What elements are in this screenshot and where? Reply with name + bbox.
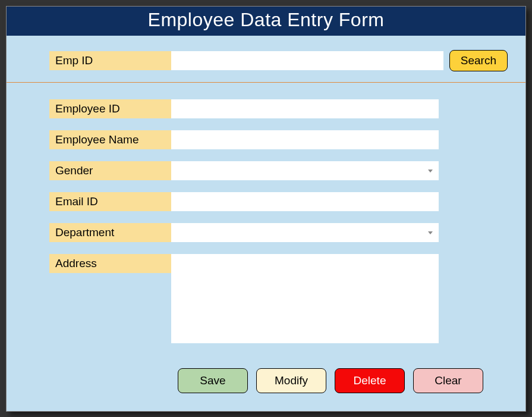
clear-button[interactable]: Clear [413, 368, 483, 393]
department-select[interactable] [171, 223, 439, 242]
address-row: Address [49, 254, 508, 343]
gender-label: Gender [49, 161, 171, 180]
emp-id-search-input[interactable] [171, 51, 443, 70]
department-row: Department [49, 223, 508, 242]
chevron-down-icon [428, 170, 433, 173]
employee-form-window: Employee Data Entry Form Emp ID Search E… [6, 6, 526, 412]
employee-name-row: Employee Name [49, 130, 508, 149]
chevron-down-icon [428, 231, 433, 234]
address-label: Address [49, 254, 171, 273]
department-label: Department [49, 223, 171, 242]
address-textarea[interactable] [171, 254, 439, 343]
modify-button[interactable]: Modify [256, 368, 326, 393]
form-area: Employee ID Employee Name Gender Email I… [7, 83, 525, 368]
gender-row: Gender [49, 161, 508, 180]
form-title: Employee Data Entry Form [7, 7, 525, 36]
delete-button[interactable]: Delete [335, 368, 405, 393]
search-row: Emp ID Search [7, 36, 525, 83]
email-id-label: Email ID [49, 192, 171, 211]
email-id-input[interactable] [171, 192, 439, 211]
save-button[interactable]: Save [178, 368, 248, 393]
employee-id-label: Employee ID [49, 99, 171, 118]
gender-select[interactable] [171, 161, 439, 180]
search-button[interactable]: Search [449, 50, 508, 71]
employee-name-input[interactable] [171, 130, 439, 149]
email-id-row: Email ID [49, 192, 508, 211]
button-row: Save Modify Delete Clear [178, 368, 525, 411]
employee-id-row: Employee ID [49, 99, 508, 118]
employee-name-label: Employee Name [49, 130, 171, 149]
employee-id-input[interactable] [171, 99, 439, 118]
emp-id-search-label: Emp ID [49, 51, 171, 70]
